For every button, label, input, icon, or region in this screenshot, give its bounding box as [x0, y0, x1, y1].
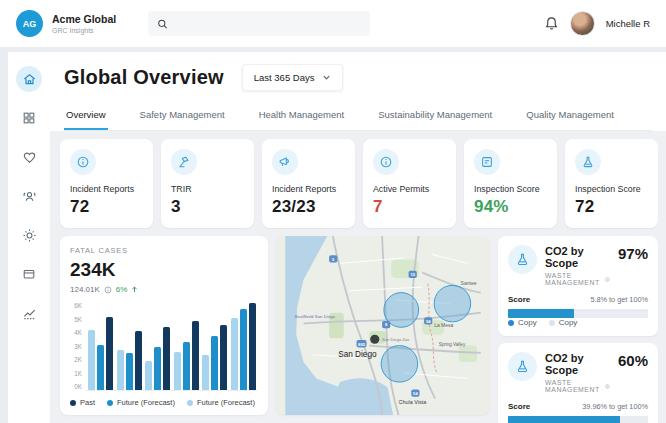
kpi-card-inspection-score-pct[interactable]: Inspection Score 94%: [464, 139, 557, 228]
y-axis: 6K5K4K3K2K1K0K: [70, 302, 86, 391]
score-progress-bar: [508, 416, 648, 423]
zoo-marker-icon[interactable]: [370, 335, 379, 344]
bar[interactable]: [154, 347, 161, 390]
bar[interactable]: [211, 336, 218, 390]
map-label-san-diego: San Diego: [338, 350, 377, 359]
bar[interactable]: [135, 331, 142, 390]
brand-subtitle: GRC Insights: [52, 27, 116, 34]
bar[interactable]: [88, 330, 95, 390]
chart-total-value: 234K: [70, 259, 258, 281]
info-circle-icon: [76, 155, 90, 169]
megaphone-icon: [278, 155, 292, 169]
date-range-dropdown[interactable]: Last 365 Days: [242, 64, 344, 91]
bar[interactable]: [117, 350, 124, 390]
bar[interactable]: [145, 361, 152, 390]
sun-icon: [22, 228, 37, 243]
y-tick: 4K: [74, 329, 82, 336]
info-icon[interactable]: [605, 383, 610, 390]
bar[interactable]: [183, 342, 190, 390]
flask-icon: [515, 252, 530, 267]
info-icon[interactable]: [104, 286, 112, 294]
info-icon[interactable]: [605, 276, 610, 283]
score-progress-fill: [508, 416, 620, 423]
chevron-down-icon: [322, 73, 331, 82]
legend-item: Copy: [549, 318, 578, 327]
kpi-card-incident-reports-2[interactable]: Incident Reports 23/23: [262, 139, 355, 228]
search-input[interactable]: [175, 19, 361, 29]
svg-text:15: 15: [410, 272, 415, 277]
score-label: Score: [508, 402, 530, 411]
kpi-card-active-permits[interactable]: Active Permits 7: [363, 139, 456, 228]
map-label-santee: Santee: [461, 280, 477, 286]
main-area: Global Overview Last 365 Days Overview S…: [50, 52, 666, 423]
search-bar[interactable]: [148, 11, 370, 36]
bar[interactable]: [163, 327, 170, 390]
page-title: Global Overview: [64, 66, 224, 89]
bar[interactable]: [220, 325, 227, 390]
map-label-spring-valley: Spring Valley: [439, 342, 466, 347]
score-progress-fill: [508, 309, 574, 318]
sidebar: [8, 52, 50, 423]
search-icon: [157, 18, 168, 30]
co2-card-title: CO2 by Scope: [545, 352, 610, 376]
target-text: 39.96% to get 100%: [582, 402, 648, 411]
y-tick: 0K: [74, 383, 82, 390]
incident-bubble[interactable]: [434, 285, 471, 322]
kpi-label: TRIR: [171, 184, 244, 194]
legend-item: Past: [70, 398, 95, 407]
bar-group: [202, 302, 227, 390]
kpi-value: 72: [70, 197, 143, 217]
co2-by-scope-card-2[interactable]: CO2 by Scope WASTE MANAGEMENT 60% Score …: [498, 343, 658, 423]
tab-health-management[interactable]: Health Management: [257, 103, 347, 130]
brand-name: Acme Global: [52, 13, 116, 25]
fatal-cases-chart-card: FATAL CASES 234K 124.01K 6% 6K5K4K3K2K1K…: [60, 236, 268, 415]
legend-dot: [107, 400, 113, 406]
y-tick: 3K: [74, 343, 82, 350]
y-tick: 2K: [74, 356, 82, 363]
bar[interactable]: [240, 309, 247, 390]
tab-sustainability-management[interactable]: Sustainability Management: [376, 103, 494, 130]
bar[interactable]: [126, 353, 133, 390]
legend-item: Copy: [508, 318, 537, 327]
kpi-card-incident-reports[interactable]: Incident Reports 72: [60, 139, 153, 228]
sidebar-item-people[interactable]: [16, 183, 42, 209]
page-header: Global Overview Last 365 Days Overview S…: [50, 52, 666, 131]
kpi-card-trir[interactable]: TRIR 3: [161, 139, 254, 228]
user-name: Michelle R: [606, 18, 650, 29]
co2-by-scope-card-1[interactable]: CO2 by Scope WASTE MANAGEMENT 97% Score …: [498, 236, 658, 336]
user-avatar[interactable]: [570, 11, 595, 36]
svg-text:94: 94: [426, 319, 431, 324]
chart-legend: PastFuture (Forecast)Future (Forecast): [70, 398, 258, 407]
kpi-card-inspection-score[interactable]: Inspection Score 72: [565, 139, 658, 228]
map-label-la-mesa: La Mesa: [434, 322, 453, 328]
bar[interactable]: [97, 345, 104, 390]
sidebar-item-wallet[interactable]: [16, 261, 42, 287]
bar[interactable]: [231, 318, 238, 390]
sidebar-item-home[interactable]: [16, 66, 42, 92]
tab-quality-management[interactable]: Quality Management: [524, 103, 616, 130]
bar[interactable]: [174, 352, 181, 390]
bar[interactable]: [249, 303, 256, 390]
sidebar-item-analytics[interactable]: [16, 300, 42, 326]
bar[interactable]: [192, 321, 199, 390]
svg-text:805: 805: [358, 342, 366, 347]
map-canvas: 5 8 15 805 94 54 San Diego San Diego Zoo…: [276, 236, 490, 415]
bar[interactable]: [202, 355, 209, 390]
bar-group: [145, 302, 170, 390]
tab-overview[interactable]: Overview: [64, 103, 108, 130]
bell-icon[interactable]: [544, 16, 559, 31]
map-label-zoo: San Diego Zoo: [382, 337, 410, 342]
kpi-label: Incident Reports: [70, 184, 143, 194]
kpi-value: 7: [373, 197, 446, 217]
bar-plot: [86, 302, 258, 391]
co2-card-subtitle: WASTE MANAGEMENT: [545, 272, 602, 286]
sidebar-item-settings[interactable]: [16, 222, 42, 248]
incident-map[interactable]: 5 8 15 805 94 54 San Diego San Diego Zoo…: [276, 236, 490, 415]
chart-delta: 6%: [116, 285, 128, 294]
chart-secondary-value: 124.01K: [70, 285, 100, 294]
sidebar-item-favorites[interactable]: [16, 144, 42, 170]
tab-safety-management[interactable]: Safety Management: [138, 103, 227, 130]
bar[interactable]: [106, 317, 113, 390]
sidebar-item-apps[interactable]: [16, 105, 42, 131]
incident-bubble[interactable]: [381, 346, 418, 383]
